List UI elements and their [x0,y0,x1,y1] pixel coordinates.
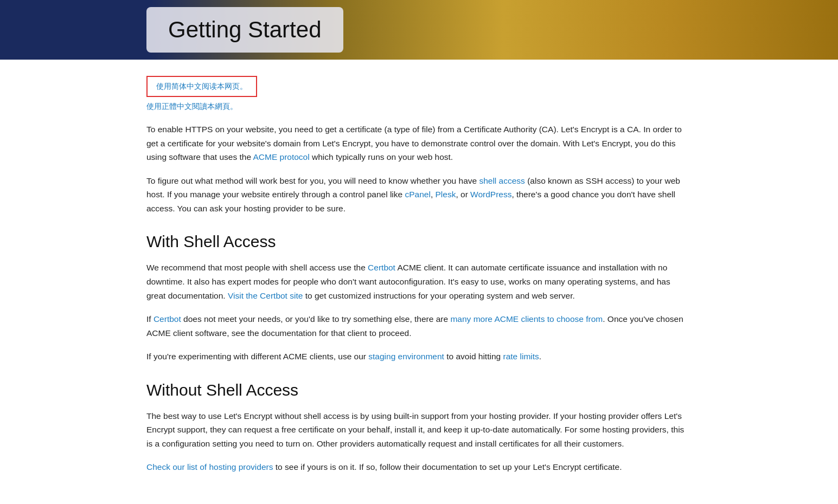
certbot-site-link[interactable]: Visit the Certbot site [228,291,303,300]
staging-environment-link[interactable]: staging environment [368,352,444,361]
wordpress-link[interactable]: WordPress [470,190,511,199]
with-shell-access-heading: With Shell Access [146,232,692,251]
certbot-link-1[interactable]: Certbot [368,263,395,272]
hosting-providers-link[interactable]: Check our list of hosting providers [146,462,273,471]
no-shell-paragraph-1: The best way to use Let's Encrypt withou… [146,409,692,451]
shell-access-link[interactable]: shell access [479,176,524,185]
intro-paragraph-1: To enable HTTPS on your website, you nee… [146,122,692,164]
simplified-chinese-box[interactable]: 使用简体中文阅读本网页。 [146,76,257,97]
more-clients-link[interactable]: many more ACME clients to choose from [450,314,603,324]
traditional-chinese-container: 使用正體中文閱讀本網頁。 [146,101,692,112]
traditional-chinese-link[interactable]: 使用正體中文閱讀本網頁。 [146,102,238,111]
rate-limits-link[interactable]: rate limits [503,352,539,361]
without-shell-access-heading: Without Shell Access [146,381,692,399]
acme-protocol-link[interactable]: ACME protocol [253,152,309,161]
certbot-link-2[interactable]: Certbot [153,314,181,324]
page-title: Getting Started [168,17,322,43]
simplified-chinese-link[interactable]: 使用简体中文阅读本网页。 [156,82,247,91]
plesk-link[interactable]: Plesk [436,190,456,199]
header-title-box: Getting Started [146,7,343,53]
shell-paragraph-1: We recommend that most people with shell… [146,261,692,302]
header-background [0,0,838,60]
no-shell-paragraph-2: Check our list of hosting providers to s… [146,460,692,474]
main-content: 使用简体中文阅读本网页。 使用正體中文閱讀本網頁。 To enable HTTP… [0,60,838,504]
header-banner: Getting Started [0,0,838,60]
shell-paragraph-3: If you're experimenting with different A… [146,350,692,364]
cpanel-link[interactable]: cPanel [405,190,430,199]
intro-paragraph-2: To figure out what method will work best… [146,174,692,216]
shell-paragraph-2: If Certbot does not meet your needs, or … [146,312,692,340]
